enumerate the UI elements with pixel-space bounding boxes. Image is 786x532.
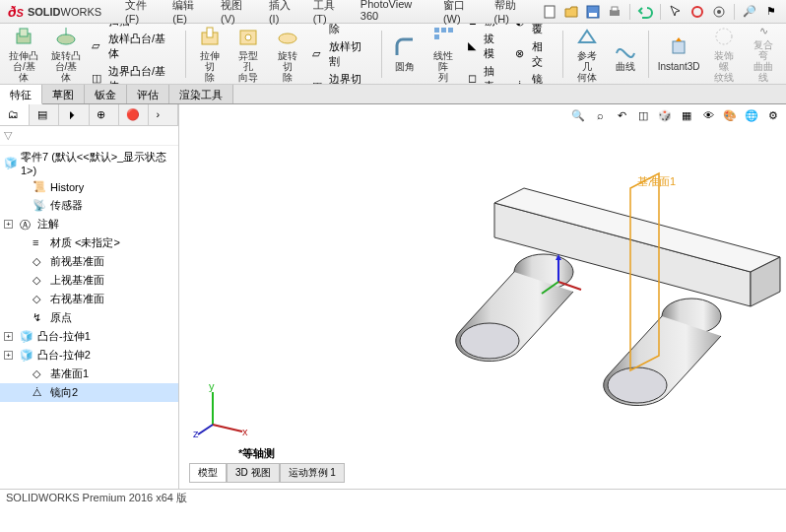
appearance-tab[interactable]: 🔴 — [119, 104, 149, 125]
dim-icon: ⊕ — [97, 108, 110, 122]
orientation-triad[interactable]: y x z — [193, 380, 252, 439]
revolve-boss-button[interactable]: 旋转凸 台/基体 — [46, 27, 87, 82]
hide-show-icon[interactable]: 👁 — [699, 106, 717, 124]
menu-view[interactable]: 视图(V) — [215, 0, 261, 28]
svg-rect-16 — [434, 28, 439, 33]
model-tab[interactable]: 模型 — [189, 463, 227, 483]
bottom-tabs: 模型 3D 视图 运动算例 1 — [189, 463, 345, 483]
draft-button[interactable]: ◣拔模 — [464, 31, 510, 62]
view-orientation-label: *等轴测 — [238, 446, 275, 461]
tree-item-label: 基准面1 — [50, 366, 89, 381]
prev-view-icon[interactable]: ↶ — [613, 106, 630, 124]
loft-cut-button[interactable]: ▱放样切割 — [308, 38, 376, 70]
zoom-fit-icon[interactable]: 🔍 — [569, 106, 587, 124]
curves-button[interactable]: 曲线 — [608, 27, 643, 82]
tree-item[interactable]: +Ⓐ注解 — [0, 215, 178, 233]
3d-viewport[interactable]: 🔍 ⌕ ↶ ◫ 🎲 ▦ 👁 🎨 🌐 ⚙ — [179, 104, 786, 489]
appearance-icon[interactable]: 🎨 — [721, 106, 739, 124]
section-view-icon[interactable]: ◫ — [634, 106, 652, 124]
extrude-cut-button[interactable]: 拉伸切 除 — [191, 27, 229, 82]
tab-evaluate[interactable]: 评估 — [127, 85, 169, 103]
tree-item[interactable]: ◇右视基准面 — [0, 290, 178, 308]
boundary-cut-button[interactable]: ◫边界切除 — [308, 71, 376, 86]
filter-icon[interactable]: ▽ — [4, 129, 12, 142]
separator — [629, 4, 630, 20]
linear-pattern-button[interactable]: 线性阵 列 — [425, 27, 462, 82]
extrude-boss-button[interactable]: 拉伸凸 台/基体 — [4, 27, 44, 82]
property-manager-tab[interactable]: ▤ — [30, 104, 59, 125]
expand-icon[interactable]: + — [4, 332, 13, 341]
tree-item[interactable]: 📡传感器 — [0, 196, 178, 215]
separator — [648, 31, 649, 78]
expand-icon[interactable]: + — [4, 220, 13, 229]
rib-button[interactable]: ▲筋 — [464, 24, 510, 30]
svg-text:z: z — [193, 428, 199, 439]
hole-wizard-button[interactable]: 异型孔 向导 — [230, 27, 268, 82]
svg-rect-12 — [207, 28, 213, 37]
appearance-icon: 🔴 — [126, 108, 140, 122]
view-settings-icon[interactable]: ⚙ — [764, 106, 782, 124]
new-icon[interactable] — [541, 3, 558, 21]
thread-button[interactable]: 装饰螺 纹线 — [705, 27, 743, 82]
3dview-tab[interactable]: 3D 视图 — [227, 463, 280, 483]
mirror-button[interactable]: ⧊镜向 — [511, 71, 557, 86]
wrap-button[interactable]: ◐包覆 — [511, 24, 557, 37]
tab-render-tools[interactable]: 渲染工具 — [169, 85, 233, 103]
tree-item[interactable]: ⧊镜向2 — [0, 383, 178, 402]
tab-sketch[interactable]: 草图 — [42, 85, 85, 103]
options-icon[interactable] — [710, 3, 728, 21]
boundary-button[interactable]: ◫边界凸台/基体 — [88, 63, 180, 85]
svg-line-34 — [198, 425, 213, 434]
svg-point-7 — [717, 10, 721, 14]
shell-button[interactable]: ◻抽壳 — [464, 63, 510, 85]
more-tab[interactable]: › — [149, 104, 178, 125]
motion-tab[interactable]: 运动算例 1 — [280, 463, 345, 483]
config-icon: ⏵ — [67, 108, 81, 122]
tree-item[interactable]: ↯原点 — [0, 308, 178, 327]
feature-tree-tab[interactable]: 🗂 — [0, 104, 30, 125]
tree-item-label: 前视基准面 — [50, 254, 104, 269]
tree-root[interactable]: 🧊零件7 (默认<<默认>_显示状态 1>) — [0, 148, 178, 178]
tree-item[interactable]: ≡材质 <未指定> — [0, 233, 178, 252]
zoom-area-icon[interactable]: ⌕ — [591, 106, 609, 124]
rebuild-icon[interactable] — [688, 3, 706, 21]
composite-curve-button[interactable]: ∿复合弯 曲曲线 — [745, 27, 782, 82]
undo-icon[interactable] — [636, 3, 654, 21]
reference-geometry-button[interactable]: 参考几 何体 — [568, 27, 606, 82]
flag-icon[interactable]: ⚑ — [762, 3, 780, 21]
save-icon[interactable] — [584, 3, 602, 21]
svg-point-5 — [692, 7, 702, 17]
tab-sheetmetal[interactable]: 钣金 — [85, 85, 127, 103]
tree-item[interactable]: +🧊凸台-拉伸2 — [0, 346, 178, 365]
print-icon[interactable] — [606, 3, 623, 21]
menu-insert[interactable]: 插入(I) — [263, 0, 305, 28]
intersect-button[interactable]: ⊗相交 — [511, 38, 557, 70]
svg-rect-20 — [673, 41, 685, 53]
loft-button[interactable]: ▱放样凸台/基体 — [88, 31, 180, 62]
select-icon[interactable] — [667, 3, 685, 21]
sweep-button[interactable]: 〰扫描 — [88, 24, 180, 30]
revolve-cut-button[interactable]: 旋转切 除 — [269, 27, 306, 82]
display-style-icon[interactable]: ▦ — [678, 106, 695, 124]
fillet-button[interactable]: 圆角 — [387, 27, 423, 82]
svg-point-21 — [716, 29, 732, 44]
tree-item[interactable]: ◇基准面1 — [0, 365, 178, 383]
view-orientation-icon[interactable]: 🎲 — [656, 106, 674, 124]
expand-icon[interactable]: + — [4, 351, 13, 360]
tree-item[interactable]: ◇上视基准面 — [0, 271, 178, 290]
sweep-cut-button[interactable]: 〰扫描切除 — [308, 24, 376, 37]
instant3d-button[interactable]: Instant3D — [654, 27, 704, 82]
search-icon[interactable]: 🔎 — [741, 3, 758, 21]
open-icon[interactable] — [562, 3, 580, 21]
tree-item[interactable]: 📜History — [0, 178, 178, 196]
separator — [734, 4, 735, 20]
filter-bar: ▽ — [0, 126, 178, 146]
tree-item-label: 凸台-拉伸2 — [37, 348, 91, 363]
scene-icon[interactable]: 🌐 — [743, 106, 760, 124]
tab-features[interactable]: 特征 — [0, 85, 42, 104]
configuration-tab[interactable]: ⏵ — [59, 104, 89, 125]
tree-item[interactable]: ◇前视基准面 — [0, 252, 178, 271]
dimxpert-tab[interactable]: ⊕ — [90, 104, 119, 125]
tree-item[interactable]: +🧊凸台-拉伸1 — [0, 327, 178, 346]
wrap-intersect-mirror-group: ◐包覆 ⊗相交 ⧊镜向 — [511, 24, 557, 85]
